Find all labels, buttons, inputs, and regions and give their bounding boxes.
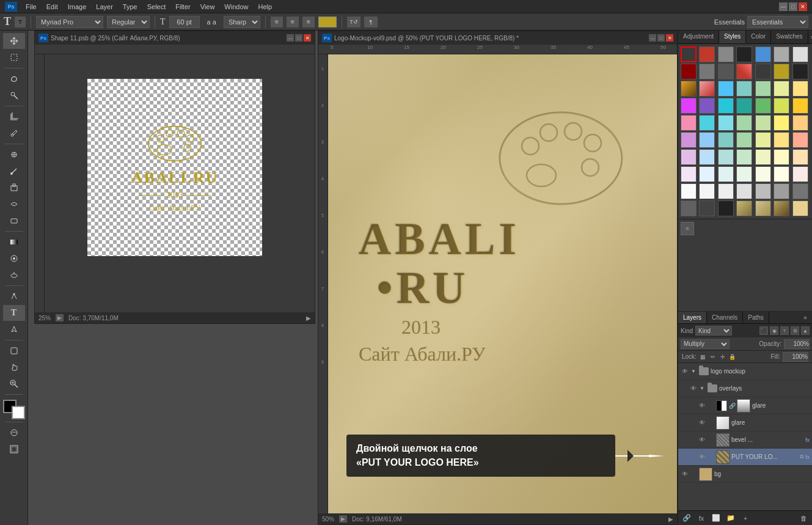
style-swatch-67[interactable] [755, 200, 771, 216]
menu-image[interactable]: Image [64, 3, 90, 10]
layer-eye-glare-mask[interactable]: 👁 [698, 402, 706, 410]
filter-type-icon[interactable]: T [780, 326, 789, 335]
maximize-button[interactable]: □ [789, 2, 797, 11]
tool-orient-button[interactable]: T [15, 17, 26, 28]
style-swatch-54[interactable] [774, 166, 789, 182]
main-doc-close[interactable]: ✕ [666, 34, 673, 42]
layer-eye-glare-plain[interactable]: 👁 [698, 419, 706, 427]
style-swatch-9[interactable] [718, 64, 734, 79]
style-swatch-40[interactable] [774, 132, 789, 148]
style-swatch-21[interactable] [681, 98, 697, 114]
align-left-button[interactable]: ≡ [271, 17, 283, 28]
small-doc-nav-arrow[interactable]: ▶ [306, 315, 311, 321]
layer-glare-plain[interactable]: 👁 glare [678, 414, 812, 431]
layer-mask-btn[interactable]: ⬜ [710, 513, 722, 524]
style-swatch-38[interactable] [736, 132, 752, 148]
style-swatch-57[interactable] [699, 183, 715, 199]
style-swatch-none[interactable] [681, 46, 697, 62]
essentials-select[interactable]: Essentials [747, 16, 808, 28]
style-swatch-6[interactable] [792, 46, 808, 62]
character-panel-button[interactable]: ¶ [364, 17, 378, 28]
style-swatch-11[interactable] [755, 64, 771, 79]
main-doc-nav-arrow[interactable]: ▶ [668, 516, 673, 523]
tab-adjustment[interactable]: Adjustment [678, 31, 719, 43]
style-swatch-30[interactable] [718, 115, 734, 131]
style-swatch-19[interactable] [774, 81, 789, 97]
style-swatch-12[interactable] [774, 64, 789, 79]
style-swatch-69[interactable] [792, 200, 808, 216]
layers-panel-menu[interactable]: ≡ [801, 314, 810, 322]
style-swatch-26[interactable] [774, 98, 789, 114]
fill-input[interactable] [783, 352, 808, 362]
filter-adj-icon[interactable]: ◉ [770, 326, 778, 335]
menu-filter[interactable]: Filter [172, 3, 194, 10]
panel-collapse-button[interactable]: ≡ [808, 33, 812, 42]
font-style-select[interactable]: Regular [107, 16, 150, 28]
close-button[interactable]: ✕ [799, 2, 807, 11]
background-color[interactable] [12, 406, 25, 419]
layer-put-your-logo[interactable]: 👁 PUT YOUR LO... ⧉ fx [678, 449, 812, 466]
path-select-tool[interactable] [3, 321, 25, 337]
style-swatch-59[interactable] [736, 183, 752, 199]
style-swatch-20[interactable] [792, 81, 808, 97]
menu-file[interactable]: File [22, 3, 40, 10]
style-swatch-68[interactable] [774, 200, 789, 216]
style-swatch-14[interactable] [681, 81, 697, 97]
style-swatch-4[interactable] [755, 46, 771, 62]
opacity-input[interactable] [784, 339, 810, 349]
small-doc-maximize[interactable]: □ [295, 34, 302, 42]
filter-type-select[interactable]: Kind [695, 326, 732, 336]
menu-edit[interactable]: Edit [43, 3, 62, 10]
menu-type[interactable]: Type [119, 3, 141, 10]
antialiasing-select[interactable]: Sharp [224, 16, 260, 28]
tab-paths[interactable]: Paths [743, 312, 769, 323]
style-swatch-66[interactable] [736, 200, 752, 216]
style-swatch-13[interactable] [792, 64, 808, 79]
layer-logo-mockup[interactable]: 👁 ▼ logo mockup [678, 363, 812, 380]
style-swatch-49[interactable] [681, 166, 697, 182]
style-swatch-43[interactable] [699, 149, 715, 165]
align-center-button[interactable]: ≡ [287, 17, 299, 28]
style-swatch-60[interactable] [755, 183, 771, 199]
main-doc-maximize[interactable]: □ [657, 34, 665, 42]
crop-tool[interactable] [3, 109, 25, 125]
lock-all-button[interactable]: 🔒 [728, 353, 737, 361]
style-swatch-36[interactable] [699, 132, 715, 148]
layer-eye-logo-mockup[interactable]: 👁 [681, 367, 689, 376]
history-brush-tool[interactable] [3, 196, 25, 212]
menu-select[interactable]: Select [144, 3, 170, 10]
marquee-tool[interactable] [3, 50, 25, 65]
tab-color[interactable]: Color [746, 31, 771, 43]
layer-eye-overlays[interactable]: 👁 [689, 384, 698, 393]
align-right-button[interactable]: ≡ [302, 17, 315, 28]
style-swatch-37[interactable] [718, 132, 734, 148]
font-size-input[interactable] [169, 16, 200, 28]
move-tool[interactable] [3, 33, 25, 49]
dodge-tool[interactable] [3, 267, 25, 283]
shape-tool[interactable] [3, 343, 25, 359]
magic-wand-tool[interactable] [3, 87, 25, 103]
style-swatch-16[interactable] [718, 81, 734, 97]
zoom-tool[interactable] [3, 376, 25, 392]
eyedropper-tool[interactable] [3, 125, 25, 141]
layer-eye-bg[interactable]: 👁 [681, 470, 689, 479]
fg-bg-colors[interactable] [3, 400, 25, 419]
style-swatch-33[interactable] [774, 115, 789, 131]
style-swatch-61[interactable] [774, 183, 789, 199]
small-doc-minimize[interactable]: — [287, 34, 294, 42]
main-doc-canvas[interactable]: ABALI •RU 2013 Сайт Абали.РУ Двойной щел… [328, 54, 677, 513]
style-swatch-8[interactable] [699, 64, 715, 79]
style-swatch-48[interactable] [792, 149, 808, 165]
healing-brush-tool[interactable] [3, 147, 25, 163]
style-swatch-65[interactable] [718, 200, 734, 216]
hand-tool[interactable] [3, 359, 25, 375]
layer-trash-btn[interactable]: 🗑 [797, 513, 810, 524]
layer-glare-mask[interactable]: 👁 🔗 glare [678, 397, 812, 414]
style-swatch-18[interactable] [755, 81, 771, 97]
style-swatch-24[interactable] [736, 98, 752, 114]
gradient-tool[interactable] [3, 234, 25, 250]
quick-mask-tool[interactable] [3, 425, 25, 441]
style-swatch-64[interactable] [699, 200, 715, 216]
layer-eye-logo[interactable]: 👁 [698, 453, 706, 461]
layer-bg[interactable]: 👁 bg [678, 466, 812, 483]
